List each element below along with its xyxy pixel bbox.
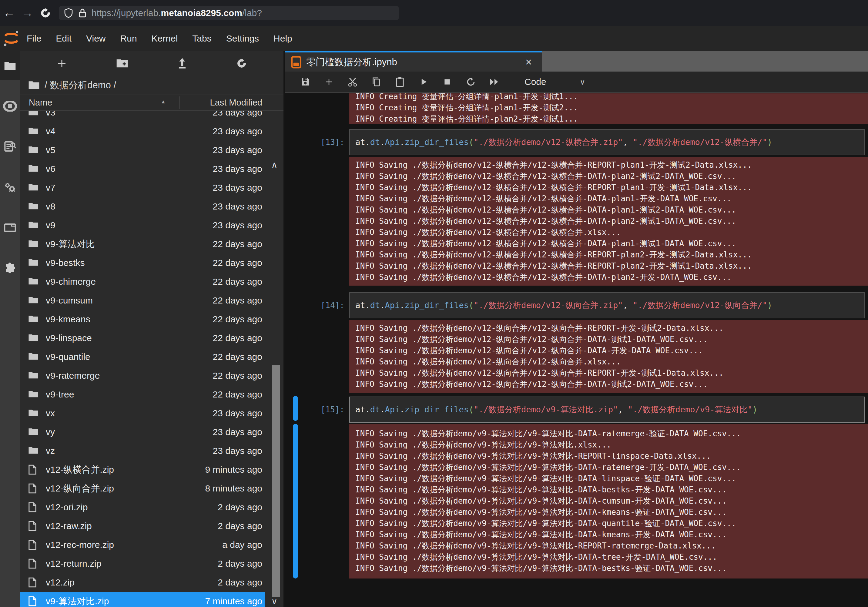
folder-icon bbox=[28, 164, 39, 174]
log-line: INFO Saving ./数据分析demo/v9-算法对比/v9-算法对比-D… bbox=[355, 473, 868, 484]
copy-cells-icon[interactable] bbox=[364, 73, 388, 91]
file-name: v9-tree bbox=[46, 389, 213, 400]
table-row[interactable]: v5 23 days ago bbox=[20, 141, 265, 159]
menu-run[interactable]: Run bbox=[113, 26, 144, 51]
refresh-file-list-icon[interactable] bbox=[236, 58, 247, 69]
table-row[interactable]: v9-kmeans 22 days ago bbox=[20, 310, 265, 329]
upload-icon[interactable] bbox=[177, 57, 188, 69]
add-cell-icon[interactable] bbox=[317, 73, 341, 91]
paste-cells-icon[interactable] bbox=[388, 73, 412, 91]
running-kernels-icon[interactable] bbox=[0, 97, 20, 115]
file-browser-icon[interactable] bbox=[0, 57, 20, 75]
table-row[interactable]: v12.zip 2 days ago bbox=[20, 573, 265, 592]
address-bar[interactable]: https://jupyterlab.metanoia8295.com/lab? bbox=[59, 6, 399, 20]
code-cell[interactable]: at.dt.Api.zip_dir_files("./数据分析demo/v12-… bbox=[349, 129, 865, 155]
table-row[interactable]: v9-linspace 22 days ago bbox=[20, 329, 265, 347]
code-cell[interactable]: at.dt.Api.zip_dir_files("./数据分析demo/v12-… bbox=[349, 292, 865, 318]
log-line: INFO Saving ./数据分析demo/v9-算法对比/v9-算法对比-D… bbox=[355, 484, 868, 496]
forward-icon[interactable]: → bbox=[18, 4, 36, 22]
column-name[interactable]: Name bbox=[29, 98, 52, 108]
table-row[interactable]: v8 23 days ago bbox=[20, 197, 265, 216]
url-text: https://jupyterlab.metanoia8295.com/lab? bbox=[91, 8, 262, 18]
table-row[interactable]: v9-cumsum 22 days ago bbox=[20, 291, 265, 310]
file-list-scrollbar-thumb[interactable] bbox=[272, 365, 280, 597]
log-line: INFO Saving ./数据分析demo/v12-纵向合并/v12-纵向合并… bbox=[355, 367, 868, 379]
new-folder-icon[interactable] bbox=[116, 58, 128, 68]
notebook-panel: 零门槛数据分析.ipynb × Co bbox=[285, 51, 868, 607]
table-row[interactable]: v9-chimerge 22 days ago bbox=[20, 272, 265, 291]
folder-icon bbox=[28, 183, 39, 193]
new-launcher-icon[interactable] bbox=[56, 58, 67, 69]
table-row[interactable]: v12-return.zip 2 days ago bbox=[20, 554, 265, 573]
table-row[interactable]: v12-rec-more.zip a day ago bbox=[20, 536, 265, 554]
table-row-selected[interactable]: v9-算法对比.zip 7 minutes ago bbox=[20, 592, 265, 607]
run-cell-icon[interactable] bbox=[412, 73, 436, 91]
table-row[interactable]: v3 23 days ago bbox=[20, 111, 265, 122]
restart-kernel-icon[interactable] bbox=[459, 73, 483, 91]
folder-icon bbox=[28, 295, 39, 306]
table-row[interactable]: v12-纵向合并.zip 8 minutes ago bbox=[20, 479, 265, 498]
menu-tabs[interactable]: Tabs bbox=[185, 26, 219, 51]
menu-kernel[interactable]: Kernel bbox=[144, 26, 185, 51]
file-modified: 2 days ago bbox=[218, 502, 262, 513]
file-modified: 23 days ago bbox=[213, 220, 262, 231]
extension-manager-puzzle-icon[interactable] bbox=[0, 260, 20, 278]
refresh-icon[interactable] bbox=[36, 4, 54, 22]
menu-help[interactable]: Help bbox=[266, 26, 299, 51]
log-line: INFO Saving ./数据分析demo/v12-纵横合并/v12-纵横合并… bbox=[355, 193, 868, 204]
table-row[interactable]: v9-bestks 22 days ago bbox=[20, 254, 265, 272]
file-modified: 7 minutes ago bbox=[205, 596, 262, 606]
notebook-tools-icon[interactable] bbox=[0, 218, 20, 237]
table-row[interactable]: vz 23 days ago bbox=[20, 441, 265, 460]
column-last-modified[interactable]: Last Modified bbox=[210, 98, 262, 108]
table-row[interactable]: v9 23 days ago bbox=[20, 216, 265, 235]
table-row[interactable]: v12-ori.zip 2 days ago bbox=[20, 498, 265, 517]
stop-kernel-icon[interactable] bbox=[436, 73, 459, 91]
table-row[interactable]: v9-quantile 22 days ago bbox=[20, 347, 265, 366]
table-row[interactable]: vx 23 days ago bbox=[20, 404, 265, 423]
table-row[interactable]: v12-纵横合并.zip 9 minutes ago bbox=[20, 460, 265, 479]
table-row[interactable]: v6 23 days ago bbox=[20, 159, 265, 178]
log-line: INFO Saving ./数据分析demo/v9-算法对比/v9-算法对比-D… bbox=[355, 506, 868, 518]
table-row[interactable]: v7 23 days ago bbox=[20, 178, 265, 197]
menu-view[interactable]: View bbox=[79, 26, 113, 51]
menu-settings[interactable]: Settings bbox=[219, 26, 266, 51]
table-row[interactable]: v9-算法对比 22 days ago bbox=[20, 235, 265, 254]
save-icon[interactable] bbox=[293, 73, 317, 91]
property-inspector-gears-icon[interactable] bbox=[0, 178, 20, 197]
file-name: v4 bbox=[46, 126, 213, 136]
breadcrumb[interactable]: / 数据分析demo / bbox=[28, 76, 116, 94]
folder-icon bbox=[28, 81, 40, 90]
scroll-up-icon[interactable]: ∧ bbox=[267, 159, 282, 171]
menu-file[interactable]: File bbox=[19, 26, 48, 51]
shield-icon bbox=[64, 8, 73, 19]
code-cell-selected[interactable]: at.dt.Api.zip_dir_files("./数据分析demo/v9-算… bbox=[349, 396, 865, 423]
log-line: INFO Saving ./数据分析demo/v9-算法对比/v9-算法对比-D… bbox=[355, 563, 868, 574]
folder-icon bbox=[28, 239, 39, 249]
file-name: vy bbox=[46, 427, 213, 437]
log-line: INFO Saving ./数据分析demo/v9-算法对比/v9-算法对比-D… bbox=[355, 496, 868, 506]
file-name: v9-quantile bbox=[46, 352, 213, 362]
cut-cells-icon[interactable] bbox=[341, 73, 364, 91]
table-of-contents-icon[interactable] bbox=[0, 137, 20, 156]
table-row[interactable]: v9-tree 22 days ago bbox=[20, 385, 265, 404]
cell-type-value: Code bbox=[524, 77, 546, 87]
table-row[interactable]: v12-raw.zip 2 days ago bbox=[20, 517, 265, 536]
menu-edit[interactable]: Edit bbox=[48, 26, 79, 51]
folder-icon bbox=[28, 314, 39, 324]
selected-cell-output-indicator bbox=[293, 424, 298, 579]
restart-run-all-icon[interactable] bbox=[483, 73, 506, 91]
table-row[interactable]: v9-ratemerge 22 days ago bbox=[20, 366, 265, 385]
back-icon[interactable]: ← bbox=[0, 4, 18, 22]
notebook-tab[interactable]: 零门槛数据分析.ipynb × bbox=[285, 51, 542, 71]
cell-type-dropdown[interactable]: Code ∨ bbox=[524, 77, 586, 87]
table-row[interactable]: v4 23 days ago bbox=[20, 122, 265, 141]
file-icon bbox=[28, 502, 39, 513]
log-line: INFO Saving ./数据分析demo/v12-纵向合并/v12-纵向合并… bbox=[355, 323, 868, 334]
scroll-down-icon[interactable]: ∨ bbox=[267, 595, 282, 607]
file-modified: 23 days ago bbox=[213, 145, 262, 155]
table-row[interactable]: vy 23 days ago bbox=[20, 423, 265, 441]
lock-icon bbox=[78, 8, 87, 18]
output-area: INFO Saving ./数据分析demo/v12-纵横合并/v12-纵横合并… bbox=[349, 157, 868, 286]
close-icon[interactable]: × bbox=[521, 56, 536, 68]
